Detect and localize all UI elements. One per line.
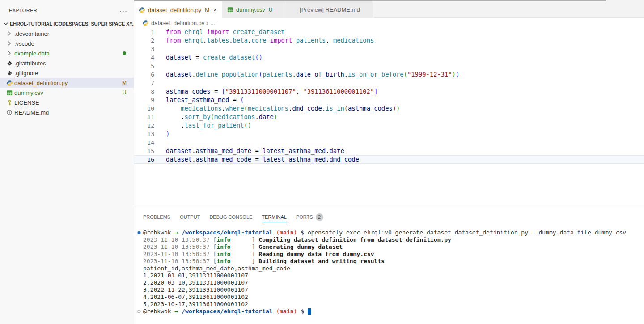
git-status-badge: M [205, 7, 209, 13]
code-token: dmd_code [292, 105, 322, 112]
tree-item-dataset-definition-py[interactable]: dataset_definition.pyM [0, 78, 134, 88]
terminal-token: ) [294, 308, 297, 315]
file-label: dummy.csv [14, 90, 121, 96]
code-line-5[interactable]: 5 [134, 62, 644, 70]
chevron-right-icon [6, 30, 13, 37]
file-tree: .devcontainer.vscodeexample-data.gitattr… [0, 29, 134, 117]
panel-tab-problems[interactable]: PROBLEMS [143, 213, 170, 222]
csv-icon [6, 90, 13, 96]
code-line-15[interactable]: 15dataset.asthma_med_date = latest_asthm… [134, 147, 644, 155]
code-line-13[interactable]: 13) [134, 130, 644, 138]
code-token: [ [222, 88, 225, 95]
tab-dummy-csv[interactable]: dummy.csvU [222, 1, 286, 18]
terminal-line: 2023-11-10 13:50:37 [info ] Generating d… [137, 243, 644, 251]
code-line-11[interactable]: 11 .sort_by(medications.date) [134, 113, 644, 121]
more-actions-icon[interactable]: ··· [119, 7, 127, 14]
tree-item-dummy-csv[interactable]: dummy.csvU [0, 88, 134, 98]
git-icon [7, 70, 13, 76]
tree-item-readme-md[interactable]: README.md [0, 107, 134, 117]
tab--preview-readme-md[interactable]: [Preview] README.md [286, 1, 374, 18]
code-token: "39113311000001107" [225, 88, 296, 95]
code-token: ( [259, 71, 263, 78]
terminal-token: info [216, 258, 230, 265]
tree-item-example-data[interactable]: example-data [0, 48, 134, 58]
code-line-3[interactable]: 3 [134, 45, 644, 53]
code-token: last_for_patient [185, 122, 244, 129]
code-text: .sort_by(medications.date) [154, 113, 277, 121]
terminal-token: 5,2023-10-17,39113611000001102 [143, 301, 248, 308]
line-number: 6 [134, 70, 154, 79]
terminal-line: 3,2022-11-22,39113311000001107 [137, 286, 644, 294]
chevron-right-icon [6, 50, 13, 57]
panel-tab-label: PORTS [296, 214, 313, 220]
tree-item--vscode[interactable]: .vscode [0, 38, 134, 48]
panel-tab-ports[interactable]: PORTS2 [296, 213, 323, 222]
vscode-window: EXPLORER ··· EHRQL-TUTORIAL [CODESPACES:… [0, 0, 644, 324]
breadcrumb[interactable]: dataset_definition.py › … [134, 18, 644, 28]
code-token: . [322, 105, 326, 112]
panel-tab-output[interactable]: OUTPUT [180, 213, 200, 222]
code-line-2[interactable]: 2from ehrql.tables.beta.core import pati… [134, 36, 644, 45]
code-token [166, 113, 181, 120]
code-line-14[interactable]: 14 [134, 138, 644, 147]
code-line-10[interactable]: 10 medications.where(medications.dmd_cod… [134, 104, 644, 113]
git-status-badge: M [121, 80, 127, 86]
code-token: is_in [326, 105, 344, 112]
code-line-4[interactable]: 4dataset = create_dataset() [134, 53, 644, 62]
code-token: date [259, 113, 274, 120]
terminal-token: [ [213, 251, 217, 258]
code-editor[interactable]: 1from ehrql import create_dataset2from e… [134, 28, 644, 206]
terminal-token: [ [213, 258, 217, 265]
code-line-9[interactable]: 9latest_asthma_med = ( [134, 96, 644, 104]
close-icon[interactable]: × [213, 6, 217, 13]
terminal-token [231, 251, 252, 258]
code-token: . [248, 37, 251, 44]
line-number: 9 [134, 96, 154, 104]
line-number: 13 [134, 130, 154, 138]
code-line-8[interactable]: 8asthma_codes = ["39113311000001107", "3… [134, 87, 644, 96]
python-icon [6, 80, 13, 86]
panel-tab-debug-console[interactable]: DEBUG CONSOLE [209, 213, 252, 222]
code-token: = [211, 88, 222, 95]
terminal-token: $ opensafely exec ehrql:v0 generate-data… [297, 229, 626, 236]
panel-tab-label: DEBUG CONSOLE [209, 214, 252, 220]
terminal-token: ] [252, 243, 259, 251]
explorer-sidebar: EXPLORER ··· EHRQL-TUTORIAL [CODESPACES:… [0, 0, 134, 324]
terminal-line: 2,2020-03-10,39113311000001107 [137, 279, 644, 286]
code-token: dataset [166, 147, 192, 154]
tree-item--devcontainer[interactable]: .devcontainer [0, 29, 134, 38]
workspace-section-header[interactable]: EHRQL-TUTORIAL [CODESPACES: SUPER SPACE … [0, 19, 134, 29]
tree-item-license[interactable]: LICENSE [0, 98, 134, 107]
terminal[interactable]: @rebkwok → /workspaces/ehrql-tutorial (m… [134, 222, 644, 324]
tab-scrollbar[interactable] [134, 0, 606, 1]
terminal-token: ] [252, 236, 259, 243]
panel-tab-terminal[interactable]: TERMINAL [262, 213, 287, 222]
csv-icon [227, 6, 233, 13]
code-token [166, 122, 181, 129]
code-line-16[interactable]: 16dataset.asthma_med_code = latest_asthm… [134, 155, 644, 164]
code-line-6[interactable]: 6dataset.define_population(patients.date… [134, 70, 644, 79]
tree-item--gitattributes[interactable]: .gitattributes [0, 58, 134, 68]
code-token: latest_asthma_med [263, 156, 326, 163]
terminal-token: 3,2022-11-22,39113311000001107 [143, 286, 248, 294]
python-icon [139, 7, 145, 13]
code-token: from [166, 37, 181, 44]
terminal-token: 2023-11-10 13:50:37 [143, 258, 213, 265]
code-line-12[interactable]: 12 .last_for_patient() [134, 121, 644, 130]
python-icon [142, 20, 149, 26]
breadcrumb-more[interactable]: … [210, 20, 216, 26]
code-token: is_on_or_before [348, 71, 404, 78]
code-token: "39113611000001102" [303, 88, 374, 95]
breadcrumb-file[interactable]: dataset_definition.py [151, 20, 204, 26]
code-text [154, 62, 166, 70]
code-token: import [270, 37, 292, 44]
code-line-7[interactable]: 7 [134, 79, 644, 87]
modified-dot-badge [123, 51, 126, 55]
tree-item--gitignore[interactable]: .gitignore [0, 68, 134, 78]
code-line-1[interactable]: 1from ehrql import create_dataset [134, 28, 644, 36]
csv-icon [227, 6, 233, 13]
tab-dataset-definition-py[interactable]: dataset_definition.pyM× [134, 1, 222, 18]
code-token: ( [244, 122, 247, 129]
code-token: ) [452, 71, 456, 78]
terminal-token: main [280, 229, 293, 236]
